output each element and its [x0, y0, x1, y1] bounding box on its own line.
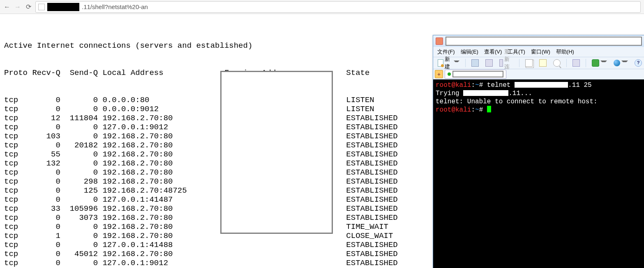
toolbar-help-button[interactable]: ? [632, 58, 644, 68]
securecrt-menubar: 文件(F) 编辑(E) 查看(V) 工具(T) 窗口(W) 帮助(H) [433, 47, 644, 57]
toolbar-clipboard-button[interactable] [469, 58, 481, 68]
securecrt-titlebar[interactable] [433, 35, 644, 47]
toolbar-new-button[interactable]: 新建 [436, 55, 462, 71]
url-redaction [47, 3, 79, 11]
securecrt-tabbar: + [433, 69, 644, 79]
url-text: .11/shell?netstat%20-an [82, 3, 148, 10]
toolbar-new-label: 新建 [445, 56, 452, 70]
securecrt-terminal[interactable]: root@kali:~# telnet .11 25 Trying .11...… [433, 79, 644, 268]
session-tab[interactable] [445, 70, 506, 79]
menu-help[interactable]: 帮助(H) [556, 48, 574, 56]
securecrt-title-redaction [445, 37, 642, 46]
search-icon [553, 59, 561, 67]
session-tab-title-redaction [452, 71, 503, 77]
paste-icon [539, 59, 547, 67]
chevron-down-icon [600, 61, 607, 67]
page-icon [38, 4, 45, 10]
clipboard-icon [471, 59, 479, 67]
link-icon [485, 59, 493, 67]
options-icon [592, 59, 599, 67]
help-icon: ? [635, 59, 642, 67]
reload-button[interactable]: ⟳ [25, 3, 32, 11]
browser-toolbar: ← → ⟳ .11/shell?netstat%20-an [0, 0, 644, 14]
chevron-down-icon [454, 61, 459, 67]
foreign-address-redaction [220, 71, 333, 234]
toolbar-link-button[interactable] [483, 58, 495, 68]
address-bar[interactable]: .11/shell?netstat%20-an [35, 1, 641, 13]
chevron-down-icon [621, 61, 628, 67]
toolbar-paste-button[interactable] [537, 58, 549, 68]
forward-button[interactable]: → [14, 3, 21, 11]
new-icon [438, 59, 443, 67]
securecrt-app-icon [436, 37, 443, 45]
toolbar-find-button[interactable] [551, 58, 563, 68]
connection-status-icon [448, 72, 451, 76]
copy-icon [525, 59, 533, 67]
toolbar-globe-button[interactable] [612, 58, 630, 68]
toolbar-copy-button[interactable] [523, 58, 535, 68]
toolbar-print-button[interactable] [570, 58, 582, 68]
securecrt-window: 文件(F) 编辑(E) 查看(V) 工具(T) 窗口(W) 帮助(H) 新建 重… [433, 35, 644, 268]
terminal-cursor [487, 106, 491, 112]
new-tab-button[interactable]: + [435, 70, 443, 78]
globe-icon [614, 60, 620, 66]
print-icon [572, 59, 580, 67]
reconnect-icon [499, 59, 503, 67]
toolbar-options-button[interactable] [590, 58, 609, 68]
menu-edit[interactable]: 编辑(E) [461, 48, 478, 56]
back-button[interactable]: ← [3, 3, 11, 11]
menu-window[interactable]: 窗口(W) [531, 48, 550, 56]
securecrt-toolbar: 新建 重新连接 ? [433, 57, 644, 69]
